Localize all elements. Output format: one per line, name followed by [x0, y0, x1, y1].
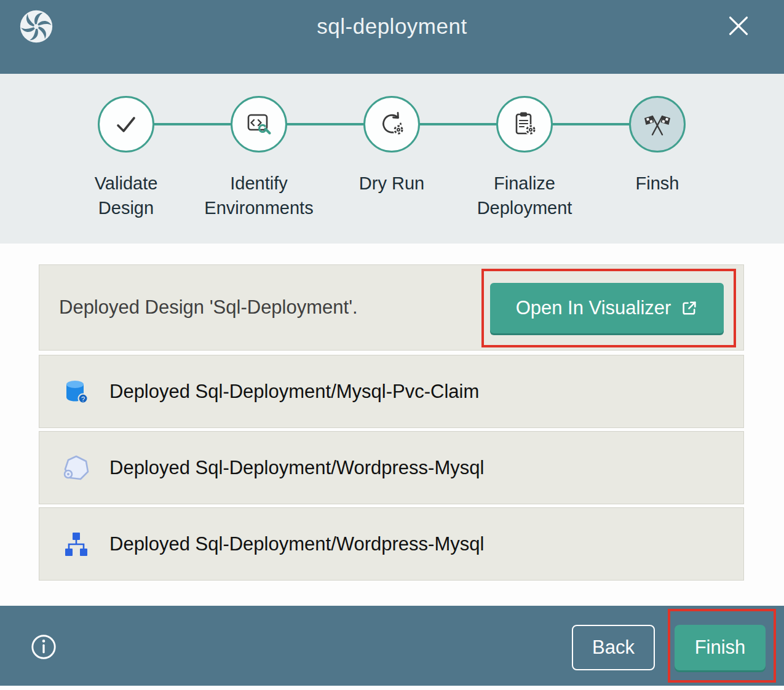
dry-run-sync-gear-icon — [377, 109, 406, 139]
close-icon — [725, 12, 752, 39]
deployed-item-row: ? Deployed Sql-Deployment/Mysql-Pvc-Clai… — [39, 355, 744, 428]
workload-tree-icon — [61, 529, 91, 559]
deployed-item-text: Deployed Sql-Deployment/Mysql-Pvc-Claim — [109, 381, 479, 403]
step-finish: Finsh — [591, 96, 724, 220]
deployed-item-text: Deployed Sql-Deployment/Wordpress-Mysql — [109, 457, 484, 479]
info-icon — [30, 633, 58, 661]
finish-flags-icon — [643, 109, 672, 139]
deployment-dialog: sql-deployment — [0, 0, 784, 690]
step-validate-design: Validate Design — [60, 96, 192, 220]
finish-button[interactable]: Finish — [675, 625, 766, 670]
stepper-steps: Validate Design Identify Environments — [60, 96, 724, 220]
step-label: Identify Environments — [204, 171, 313, 220]
step-label: Validate Design — [95, 171, 158, 220]
step-circle — [98, 96, 154, 153]
deployed-item-text: Deployed Sql-Deployment/Wordpress-Mysql — [109, 533, 484, 555]
code-wrench-icon — [244, 109, 274, 139]
dialog-title: sql-deployment — [0, 0, 784, 53]
step-identify-environments: Identify Environments — [192, 96, 325, 220]
dialog-header: sql-deployment — [0, 0, 784, 74]
info-button[interactable] — [30, 633, 58, 661]
deployment-stepper: Validate Design Identify Environments — [0, 74, 784, 244]
deploy-message: Deployed Design 'Sql-Deployment'. — [59, 296, 358, 319]
step-label: Finsh — [636, 171, 679, 196]
dialog-footer: Back Finish — [0, 606, 784, 686]
step-label: Finalize Deployment — [477, 171, 572, 220]
step-label: Dry Run — [359, 171, 424, 196]
step-circle — [629, 96, 686, 153]
step-dry-run: Dry Run — [325, 96, 458, 220]
step-circle — [496, 96, 553, 153]
meshery-logo-icon — [17, 7, 55, 46]
clipboard-gear-icon — [510, 109, 539, 139]
open-in-visualizer-button[interactable]: Open In Visualizer — [490, 283, 724, 333]
pod-icon — [61, 453, 91, 483]
deploy-summary-row: Deployed Design 'Sql-Deployment'. Open I… — [39, 264, 744, 351]
close-button[interactable] — [725, 12, 752, 39]
check-icon — [111, 109, 141, 139]
open-in-visualizer-label: Open In Visualizer — [516, 297, 671, 319]
svg-text:?: ? — [81, 395, 85, 402]
step-circle — [363, 96, 420, 153]
step-finalize-deployment: Finalize Deployment — [458, 96, 591, 220]
database-icon: ? — [61, 377, 91, 406]
deployed-item-row: Deployed Sql-Deployment/Wordpress-Mysql — [39, 507, 744, 581]
back-button[interactable]: Back — [572, 625, 655, 670]
deployed-item-row: Deployed Sql-Deployment/Wordpress-Mysql — [39, 431, 744, 504]
external-link-icon — [681, 299, 698, 317]
step-circle — [231, 96, 287, 153]
